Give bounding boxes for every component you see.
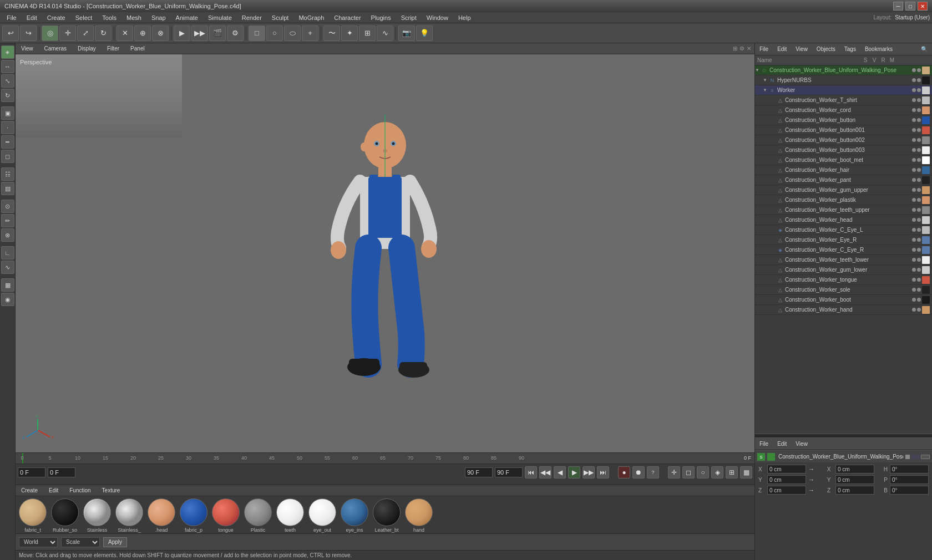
coord-y-right-input[interactable] (835, 475, 874, 484)
left-select-btn[interactable]: ◈ (1, 45, 14, 59)
material-menu-function[interactable]: Function (67, 487, 93, 493)
left-snap-btn[interactable]: ⊙ (1, 200, 14, 213)
record-button[interactable]: ● (618, 466, 630, 478)
generator-button[interactable]: ✦ (341, 26, 358, 41)
obj-item-eye_r[interactable]: △ Construction_Worker_Eye_R (755, 235, 932, 245)
coord-h-input[interactable] (890, 465, 929, 474)
go-end-button[interactable]: ⏭ (597, 466, 609, 478)
material-item-eye_out[interactable]: eye_out (307, 498, 337, 533)
attr-menu-file[interactable]: File (758, 441, 769, 447)
cube-button[interactable]: □ (249, 26, 265, 41)
current-frame-input[interactable] (48, 467, 75, 477)
viewport-icon-3[interactable]: ✕ (747, 45, 751, 52)
scale-dropdown[interactable]: Scale (61, 537, 100, 547)
viewport-icon-1[interactable]: ⊞ (733, 45, 737, 52)
menu-character[interactable]: Character (330, 13, 365, 22)
motion-crosshair[interactable]: ✛ (668, 466, 680, 478)
menu-mesh[interactable]: Mesh (122, 13, 146, 22)
obj-item-boot[interactable]: △ Construction_Worker_boot (755, 295, 932, 305)
timeline-ruler[interactable]: 0 5 10 15 20 25 30 35 40 45 50 55 60 65 … (16, 453, 754, 464)
menu-select[interactable]: Select (71, 13, 97, 22)
material-item-head[interactable]: .head (146, 498, 176, 533)
motion-grid[interactable]: ▦ (740, 466, 752, 478)
obj-item-head[interactable]: △ Construction_Worker_head (755, 215, 932, 225)
left-edge-mode[interactable]: ━ (1, 135, 14, 149)
coord-z-input[interactable] (767, 486, 806, 495)
obj-item-hair[interactable]: △ Construction_Worker_hair (755, 165, 932, 175)
sphere-button[interactable]: ○ (266, 26, 283, 41)
close-button[interactable]: ✕ (918, 2, 928, 11)
object-mode-button[interactable]: ✕ (116, 26, 133, 41)
spline-button[interactable]: ∿ (377, 26, 393, 41)
menu-mograph[interactable]: MoGraph (294, 13, 328, 22)
obj-item-teeth_lower[interactable]: △ Construction_Worker_teeth_lower (755, 255, 932, 265)
coord-x-right-input[interactable] (835, 465, 874, 474)
undo-button[interactable]: ↩ (2, 26, 19, 41)
left-uv-mode[interactable]: ☷ (1, 167, 14, 181)
left-sculpt-btn[interactable]: ∿ (1, 261, 14, 274)
deformer-button[interactable]: 〜 (323, 26, 340, 41)
object-list[interactable]: ▼ ⊙ Construction_Worker_Blue_Uniform_Wal… (755, 65, 932, 434)
viewport-menu-cameras[interactable]: Cameras (42, 45, 69, 52)
menu-edit[interactable]: Edit (22, 13, 42, 22)
left-measure-btn[interactable]: ∟ (1, 246, 14, 259)
material-menu-texture[interactable]: Texture (100, 487, 123, 493)
motion-ik[interactable]: ◈ (711, 466, 723, 478)
obj-item-hypernurbs[interactable]: ▼ N HyperNURBS (755, 75, 932, 85)
render-to-po-button[interactable]: 🎬 (209, 26, 226, 41)
obj-item-root[interactable]: ▼ ⊙ Construction_Worker_Blue_Uniform_Wal… (755, 65, 932, 75)
array-button[interactable]: ⊞ (359, 26, 376, 41)
obj-menu-file[interactable]: File (758, 46, 769, 52)
obj-item-button002[interactable]: △ Construction_Worker_button002 (755, 135, 932, 145)
obj-menu-bookmarks[interactable]: Bookmarks (864, 46, 894, 52)
expand-arrow-root[interactable]: ▼ (755, 68, 761, 73)
prev-frame-button[interactable]: ◀◀ (539, 466, 551, 478)
total-frames-input[interactable] (495, 467, 523, 477)
viewport-menu-filter[interactable]: Filter (105, 45, 121, 52)
material-item-leather_bt[interactable]: Leather_bt (372, 498, 402, 533)
menu-file[interactable]: File (2, 13, 21, 22)
auto-key-button[interactable]: ⏺ (632, 466, 645, 478)
viewport-menu-panel[interactable]: Panel (128, 45, 147, 52)
play-button[interactable]: ▶ (568, 466, 580, 478)
left-scale-btn[interactable]: ⤡ (1, 74, 14, 88)
material-item-plastic[interactable]: Plastic (243, 498, 273, 533)
material-menu-create[interactable]: Create (19, 487, 40, 493)
next-frame-button[interactable]: ▶▶ (582, 466, 595, 478)
camera-button[interactable]: 📷 (398, 26, 415, 41)
play-back-button[interactable]: ◀ (554, 466, 566, 478)
move-tool-button[interactable]: ✛ (59, 26, 76, 41)
coord-p-input[interactable] (890, 475, 929, 484)
menu-animate[interactable]: Animate (171, 13, 202, 22)
viewport-menu-display[interactable]: Display (75, 45, 98, 52)
menu-help[interactable]: Help (454, 13, 475, 22)
scale-tool-button[interactable]: ⤢ (77, 26, 94, 41)
coord-x-input[interactable] (767, 465, 806, 474)
render-settings-button[interactable]: ⚙ (227, 26, 244, 41)
material-item-fabric_t[interactable]: fabric_t (18, 498, 48, 533)
menu-sculpt[interactable]: Sculpt (267, 13, 293, 22)
coord-y-input[interactable] (767, 475, 806, 484)
rotate-tool-button[interactable]: ↻ (95, 26, 112, 41)
menu-script[interactable]: Script (397, 13, 421, 22)
obj-item-tongue[interactable]: △ Construction_Worker_tongue (755, 275, 932, 285)
obj-item-sole[interactable]: △ Construction_Worker_sole (755, 285, 932, 295)
maximize-button[interactable]: □ (905, 2, 915, 11)
render-button[interactable]: ▶▶ (191, 26, 208, 41)
obj-item-gum_lower[interactable]: △ Construction_Worker_gum_lower (755, 265, 932, 275)
left-brush-btn[interactable]: ◉ (1, 293, 14, 306)
left-move-btn[interactable]: ↔ (1, 60, 14, 73)
coord-z-right-input[interactable] (835, 486, 874, 495)
edge-mode-button[interactable]: ⊗ (152, 26, 169, 41)
obj-item-teeth_upper[interactable]: △ Construction_Worker_teeth_upper (755, 205, 932, 215)
obj-menu-view[interactable]: View (794, 46, 809, 52)
material-item-stainless2[interactable]: Stainless_ (114, 498, 144, 533)
menu-simulate[interactable]: Simulate (204, 13, 236, 22)
menu-snap[interactable]: Snap (147, 13, 170, 22)
expand-arrow-hypernurbs[interactable]: ▼ (763, 78, 768, 83)
left-obj-mode[interactable]: ▣ (1, 106, 14, 120)
obj-menu-tags[interactable]: Tags (843, 46, 857, 52)
cylinder-button[interactable]: ⬭ (284, 26, 301, 41)
material-item-hand[interactable]: hand (404, 498, 434, 533)
obj-item-cord[interactable]: △ Construction_Worker_cord (755, 105, 932, 115)
